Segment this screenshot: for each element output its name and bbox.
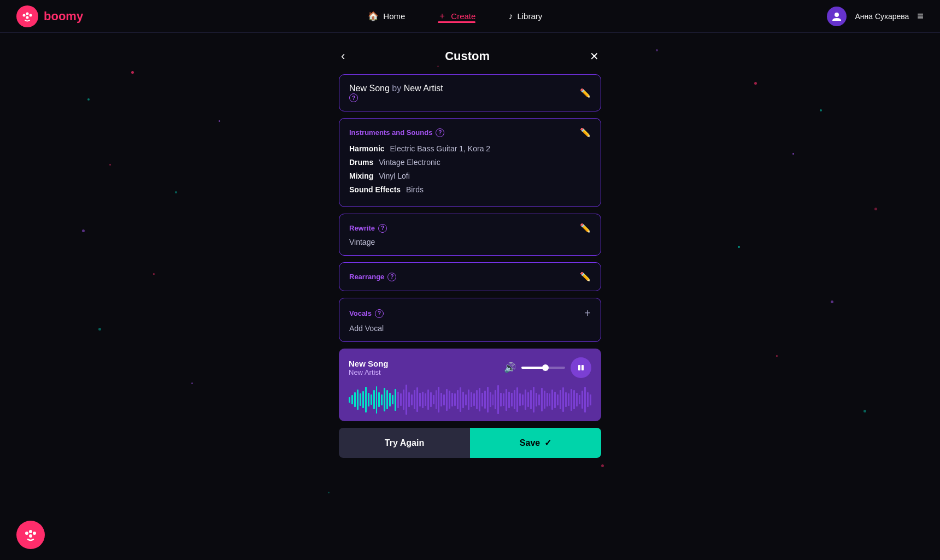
waveform-bar <box>511 393 513 406</box>
player-artist: New Artist <box>349 368 389 376</box>
waveform[interactable] <box>349 385 591 415</box>
waveform-bar <box>449 391 450 409</box>
volume-icon: 🔊 <box>504 362 516 374</box>
waveform-bar <box>395 389 396 411</box>
waveform-bar <box>357 390 359 410</box>
player-controls: 🔊 <box>504 357 591 378</box>
nav-library[interactable]: ♪ Library <box>508 11 542 21</box>
back-button[interactable]: ‹ <box>341 49 345 63</box>
waveform-bar <box>362 391 364 408</box>
waveform-bar <box>551 390 553 410</box>
song-title-card: New Song by New Artist ? ✏️ <box>339 74 601 111</box>
song-question-icon: ? <box>349 93 358 102</box>
effects-value: Birds <box>406 185 424 194</box>
player-top: New Song New Artist 🔊 <box>349 357 591 378</box>
waveform-bar <box>506 389 507 411</box>
effects-row: Sound Effects Birds <box>349 184 591 196</box>
panel-title: Custom <box>445 49 490 63</box>
song-edit-icon[interactable]: ✏️ <box>580 88 591 98</box>
save-button[interactable]: Save ✓ <box>470 428 601 458</box>
waveform-bar <box>536 393 537 406</box>
svg-point-0 <box>23 14 26 16</box>
main-content: ‹ Custom ✕ New Song by New Artist ? ✏️ <box>0 33 940 560</box>
boomy-logo-icon <box>16 5 38 27</box>
waveform-bar <box>436 390 437 409</box>
waveform-bar <box>544 391 545 409</box>
waveform-bar <box>349 397 350 403</box>
waveform-bar <box>547 393 548 406</box>
svg-rect-5 <box>578 365 580 370</box>
volume-slider[interactable] <box>521 367 565 369</box>
waveform-bar <box>408 392 410 408</box>
nav-create-label: Create <box>451 11 475 21</box>
nav-home-label: Home <box>383 11 405 21</box>
waveform-bar <box>386 390 388 409</box>
panel: ‹ Custom ✕ New Song by New Artist ? ✏️ <box>339 49 601 458</box>
waveform-bar <box>438 387 439 413</box>
close-button[interactable]: ✕ <box>590 50 599 63</box>
rearrange-help-icon[interactable]: ? <box>387 273 396 281</box>
waveform-bar <box>576 393 578 406</box>
waveform-bar <box>587 392 589 408</box>
waveform-bar <box>568 393 569 406</box>
vocals-title: Vocals <box>349 309 372 317</box>
song-help-icon[interactable]: ? <box>349 93 448 102</box>
waveform-bar <box>457 390 459 409</box>
pause-button[interactable] <box>571 357 591 378</box>
waveform-bar <box>492 394 494 405</box>
waveform-bar <box>422 392 424 408</box>
waveform-bar <box>427 390 429 410</box>
rewrite-help-icon[interactable]: ? <box>378 224 387 233</box>
waveform-bar <box>397 392 399 408</box>
waveform-bar <box>484 391 486 409</box>
instruments-edit-icon[interactable]: ✏️ <box>580 127 591 138</box>
waveform-bar <box>471 392 472 408</box>
navbar: boomy 🏠 Home ＋ Create ♪ Library Анна Сух… <box>0 0 940 33</box>
logo-area[interactable]: boomy <box>16 5 83 27</box>
waveform-bar <box>497 385 499 414</box>
waveform-bar <box>554 392 556 408</box>
waveform-bar <box>425 393 426 406</box>
bottom-boomy-icon[interactable] <box>16 521 45 549</box>
rewrite-title-group: Rewrite ? <box>349 224 387 233</box>
player-info: New Song New Artist <box>349 359 389 376</box>
waveform-bar <box>416 387 418 412</box>
rearrange-title: Rearrange <box>349 273 384 281</box>
waveform-bar <box>516 387 518 412</box>
instruments-title: Instruments and Sounds <box>349 128 432 137</box>
vocals-help-icon[interactable]: ? <box>375 309 384 318</box>
instruments-help-icon[interactable]: ? <box>436 128 444 137</box>
logo-text: boomy <box>44 9 83 23</box>
nav-home[interactable]: 🏠 Home <box>368 11 405 21</box>
waveform-bar <box>503 393 504 406</box>
rewrite-edit-icon[interactable]: ✏️ <box>580 223 591 233</box>
nav-create[interactable]: ＋ Create <box>438 10 475 22</box>
song-title: New Song <box>349 84 390 93</box>
vocals-add-icon[interactable]: + <box>584 307 591 320</box>
waveform-bar <box>462 392 464 408</box>
rewrite-title: Rewrite <box>349 224 375 232</box>
try-again-button[interactable]: Try Again <box>339 428 470 458</box>
rewrite-card-row: Rewrite ? ✏️ <box>349 223 591 233</box>
waveform-bar <box>549 393 551 406</box>
pause-icon <box>577 364 585 372</box>
drums-value: Vintage Electronic <box>379 158 440 167</box>
waveform-bar <box>368 393 369 406</box>
song-by-text: by <box>392 84 403 93</box>
player-card: New Song New Artist 🔊 <box>339 349 601 421</box>
waveform-bar <box>360 393 361 406</box>
waveform-bar <box>522 394 524 405</box>
waveform-bar <box>354 392 356 408</box>
waveform-bar <box>487 387 489 413</box>
instruments-card: Instruments and Sounds ? ✏️ Harmonic Ele… <box>339 118 601 207</box>
waveform-bar <box>565 392 567 408</box>
waveform-bar <box>440 393 442 406</box>
waveform-bar <box>525 390 526 410</box>
rearrange-edit-icon[interactable]: ✏️ <box>580 272 591 282</box>
menu-icon[interactable]: ≡ <box>917 10 924 22</box>
svg-point-4 <box>835 13 839 17</box>
panel-header: ‹ Custom ✕ <box>339 49 601 63</box>
effects-label: Sound Effects <box>349 185 401 194</box>
waveform-bar <box>500 393 502 406</box>
save-checkmark-icon: ✓ <box>544 438 551 448</box>
